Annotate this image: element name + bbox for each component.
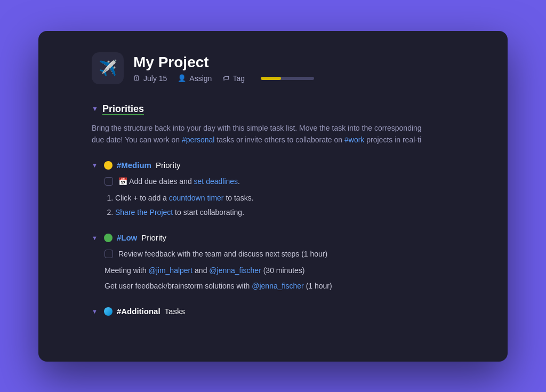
jenna-fischer-link-2[interactable]: @jenna_fischer bbox=[252, 282, 304, 290]
desc-part4: projects in real-ti bbox=[364, 135, 421, 144]
project-header: ✈️ My Project 🗓 July 15 👤 Assign 🏷 Tag bbox=[92, 52, 486, 84]
task-item: 📅 Add due dates and set deadlines. bbox=[92, 176, 486, 187]
medium-hash-label: #Medium bbox=[117, 161, 151, 170]
assign-label: Assign bbox=[189, 74, 212, 83]
low-hash-label: #Low bbox=[117, 233, 137, 242]
desc-personal-link[interactable]: #personal bbox=[182, 135, 215, 144]
tag-label: Tag bbox=[232, 74, 245, 83]
ordered-item-2: Share the Project to start collaborating… bbox=[115, 207, 486, 218]
calendar-icon: 🗓 bbox=[133, 74, 140, 82]
project-info: My Project 🗓 July 15 👤 Assign 🏷 Tag bbox=[133, 54, 314, 83]
jim-halpert-link[interactable]: @jim_halpert bbox=[148, 266, 192, 275]
low-task-text: Review feedback with the team and discus… bbox=[118, 249, 327, 260]
additional-chevron-icon: ▼ bbox=[92, 308, 98, 315]
assign-meta[interactable]: 👤 Assign bbox=[178, 74, 212, 83]
task-text: 📅 Add due dates and set deadlines. bbox=[118, 176, 240, 187]
share-project-link[interactable]: Share the Project bbox=[115, 208, 173, 217]
priorities-section-title: ▼ Priorities bbox=[92, 103, 486, 115]
low-task-item: Review feedback with the team and discus… bbox=[92, 249, 486, 260]
countdown-timer-link[interactable]: countdown timer bbox=[169, 194, 224, 202]
section-chevron-icon: ▼ bbox=[92, 105, 98, 113]
task-checkbox[interactable] bbox=[105, 177, 113, 186]
tag-icon: 🏷 bbox=[222, 74, 229, 82]
desc-part3: tasks or invite others to collaborate on bbox=[214, 135, 344, 144]
meeting-1: Meeting with @jim_halpert and @jenna_fis… bbox=[92, 265, 486, 276]
low-task-checkbox[interactable] bbox=[105, 250, 113, 258]
set-deadlines-link[interactable]: set deadlines bbox=[194, 177, 238, 186]
low-text-label: Priority bbox=[141, 233, 166, 242]
medium-dot bbox=[104, 161, 113, 170]
medium-ordered-list: Click + to add a countdown timer to task… bbox=[92, 193, 486, 218]
additional-label: #Additional bbox=[117, 307, 160, 316]
person-icon: 👤 bbox=[178, 74, 186, 82]
medium-text-label: Priority bbox=[156, 161, 181, 170]
medium-priority-group: ▼ #Medium Priority 📅 Add due dates and s… bbox=[92, 161, 486, 218]
ordered-item-1: Click + to add a countdown timer to task… bbox=[115, 193, 486, 204]
progress-bar-fill bbox=[261, 77, 281, 80]
priorities-description: Bring the structure back into your day w… bbox=[92, 122, 486, 146]
progress-bar-background bbox=[261, 77, 314, 80]
tag-meta[interactable]: 🏷 Tag bbox=[222, 74, 245, 83]
meeting-2: Get user feedback/brainstorm solutions w… bbox=[92, 281, 486, 292]
date-meta[interactable]: 🗓 July 15 bbox=[133, 74, 167, 83]
progress-bar-container bbox=[261, 77, 314, 80]
additional-text: Tasks bbox=[165, 307, 185, 316]
priorities-heading: Priorities bbox=[102, 103, 144, 115]
date-label: July 15 bbox=[143, 74, 167, 83]
project-title: My Project bbox=[133, 54, 314, 71]
project-icon: ✈️ bbox=[92, 52, 124, 84]
additional-dot bbox=[104, 307, 113, 316]
desc-work-link[interactable]: #work bbox=[344, 135, 364, 144]
medium-chevron-icon: ▼ bbox=[92, 162, 98, 169]
desc-part1: Bring the structure back into your day w… bbox=[92, 124, 422, 132]
jenna-fischer-link-1[interactable]: @jenna_fischer bbox=[209, 266, 261, 275]
main-window: ✈️ My Project 🗓 July 15 👤 Assign 🏷 Tag bbox=[38, 31, 508, 362]
low-dot bbox=[104, 234, 113, 242]
project-meta: 🗓 July 15 👤 Assign 🏷 Tag bbox=[133, 74, 314, 83]
low-priority-header: ▼ #Low Priority bbox=[92, 233, 486, 242]
low-chevron-icon: ▼ bbox=[92, 235, 98, 241]
low-priority-group: ▼ #Low Priority Review feedback with the… bbox=[92, 233, 486, 292]
additional-section: ▼ #Additional Tasks bbox=[92, 307, 486, 316]
medium-priority-header: ▼ #Medium Priority bbox=[92, 161, 486, 170]
desc-part2: due date! You can work on bbox=[92, 135, 182, 144]
